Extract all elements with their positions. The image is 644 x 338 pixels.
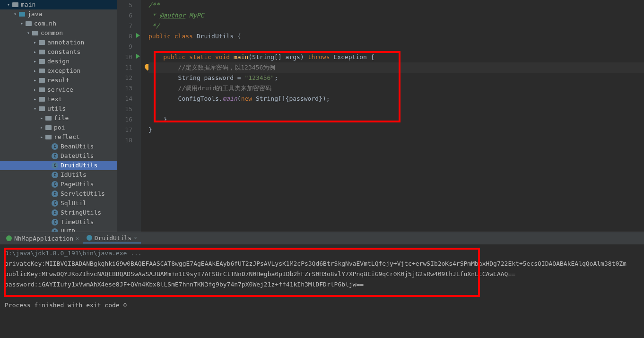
code-text: //定义数据库密码，以123456为例 bbox=[148, 64, 275, 71]
tree-item-package[interactable]: ▾com.nh bbox=[0, 19, 117, 28]
console-output[interactable]: D:\java\jdk1.8.0_191\bin\java.exe ... pr… bbox=[0, 244, 644, 314]
tree-class[interactable]: CBeanUtils bbox=[0, 142, 117, 151]
line-number: 9 bbox=[117, 42, 141, 52]
code-text: new bbox=[241, 95, 256, 102]
code-text: MyPC bbox=[185, 12, 204, 19]
tree-class-druidutils[interactable]: CDruidUtils bbox=[0, 161, 117, 170]
console-line: privateKey:MIIBVQIBADANBgkqhkiG9w0BAQEFA… bbox=[5, 259, 639, 269]
tree-item[interactable]: ▸annotation bbox=[0, 38, 117, 47]
tree-item[interactable]: ▸exception bbox=[0, 66, 117, 76]
tree-item[interactable]: ▸reflect bbox=[0, 132, 117, 142]
console-line: password:iGAYIIufy1xVwmAhX4ese8JF+QVn4Kb… bbox=[5, 279, 639, 290]
run-tab-druidutils[interactable]: DruidUtils × bbox=[83, 233, 141, 243]
tree-label: constants bbox=[47, 47, 80, 57]
tree-label: java bbox=[27, 9, 42, 19]
code-area[interactable]: /** * @author MyPC */ public class Druid… bbox=[141, 0, 644, 232]
tree-class[interactable]: CPageUtils bbox=[0, 180, 117, 189]
tree-label: UUID bbox=[61, 227, 75, 232]
line-number: 5 bbox=[117, 0, 141, 10]
close-icon[interactable]: × bbox=[76, 235, 79, 242]
code-text: String password = bbox=[148, 74, 245, 81]
line-number: 13 bbox=[117, 83, 141, 94]
tree-label: file bbox=[54, 113, 69, 123]
code-text: "123456" bbox=[245, 74, 275, 81]
code-text: } bbox=[148, 116, 167, 123]
tree-item[interactable]: ▸text bbox=[0, 95, 117, 104]
tree-item[interactable]: ▸design bbox=[0, 57, 117, 66]
console-line: publicKey:MFwwDQYJKoZIhvcNAQEBBQADSwAwSA… bbox=[5, 269, 639, 279]
app-icon bbox=[87, 235, 92, 241]
line-number: 15 bbox=[117, 104, 141, 114]
tree-label: utils bbox=[47, 104, 66, 113]
console-tabs: NhMapApplication × DruidUtils × bbox=[0, 232, 644, 244]
tree-label: exception bbox=[47, 66, 80, 76]
run-tab-nhmap[interactable]: NhMapApplication × bbox=[2, 233, 83, 243]
code-text: ; bbox=[274, 74, 278, 81]
tab-label: NhMapApplication bbox=[14, 235, 73, 242]
code-editor[interactable]: 5 6 7 8 9 10 11 12 13 14 15 16 17 18 /**… bbox=[117, 0, 644, 232]
tree-item[interactable]: ▸result bbox=[0, 76, 117, 85]
tree-class[interactable]: CIdUtils bbox=[0, 170, 117, 180]
line-number: 11 bbox=[117, 62, 141, 73]
tree-label: PageUtils bbox=[61, 180, 94, 189]
tree-class[interactable]: CDateUtils bbox=[0, 151, 117, 161]
tree-item-common[interactable]: ▾common bbox=[0, 28, 117, 38]
code-text: public bbox=[148, 33, 174, 40]
code-text: ConfigTools. bbox=[148, 95, 223, 102]
code-text: public static void bbox=[148, 53, 234, 61]
code-text: { bbox=[237, 33, 241, 40]
code-text: main bbox=[223, 95, 237, 102]
code-text: class bbox=[174, 33, 197, 40]
tree-class[interactable]: CServletUtils bbox=[0, 189, 117, 199]
code-text: String[]{password}); bbox=[256, 95, 330, 102]
tree-label: StringUtils bbox=[61, 208, 101, 217]
console-line: Process finished with exit code 0 bbox=[5, 300, 639, 311]
code-text: /** bbox=[148, 1, 159, 9]
tree-class[interactable]: CUUID bbox=[0, 227, 117, 232]
tree-label: DruidUtils bbox=[61, 161, 97, 170]
tree-item[interactable]: ▸service bbox=[0, 85, 117, 95]
run-tool-window: NhMapApplication × DruidUtils × D:\java\… bbox=[0, 232, 644, 338]
run-gutter-icon[interactable] bbox=[136, 33, 140, 38]
line-number: 7 bbox=[117, 21, 141, 31]
tree-label: common bbox=[41, 28, 63, 38]
tree-item[interactable]: ▸constants bbox=[0, 47, 117, 57]
run-icon bbox=[6, 235, 12, 241]
tree-class[interactable]: CTimeUtils bbox=[0, 217, 117, 227]
close-icon[interactable]: × bbox=[134, 235, 137, 241]
tree-label: ServletUtils bbox=[61, 189, 105, 199]
code-text: ( bbox=[237, 95, 241, 102]
tree-label: DateUtils bbox=[61, 151, 94, 161]
code-text: * bbox=[148, 12, 159, 19]
line-number: 12 bbox=[117, 73, 141, 83]
tree-label: poi bbox=[54, 123, 65, 132]
line-number: 16 bbox=[117, 114, 141, 125]
tree-label: service bbox=[47, 85, 73, 95]
code-text: } bbox=[148, 126, 152, 133]
tree-label: SqlUtil bbox=[61, 199, 87, 208]
tree-class[interactable]: CStringUtils bbox=[0, 208, 117, 217]
line-number: 14 bbox=[117, 94, 141, 104]
line-number: 8 bbox=[117, 31, 141, 42]
tree-label: design bbox=[47, 57, 70, 66]
line-number: 10 bbox=[117, 52, 141, 62]
tree-label: result bbox=[47, 76, 70, 85]
tree-label: com.nh bbox=[34, 19, 56, 28]
tree-label: IdUtils bbox=[61, 170, 87, 180]
code-text: Exception { bbox=[333, 53, 374, 61]
tree-item-java[interactable]: ▾java bbox=[0, 9, 117, 19]
tree-item-utils[interactable]: ▾utils bbox=[0, 104, 117, 113]
line-number: 6 bbox=[117, 10, 141, 21]
tree-class[interactable]: CSqlUtil bbox=[0, 199, 117, 208]
code-text: main bbox=[234, 53, 248, 61]
project-tree[interactable]: ▾main ▾java ▾com.nh ▾common ▸annotation … bbox=[0, 0, 117, 232]
run-gutter-icon[interactable] bbox=[136, 54, 140, 59]
tree-item-main[interactable]: ▾main bbox=[0, 0, 117, 9]
tree-label: main bbox=[21, 0, 35, 9]
code-text: */ bbox=[148, 22, 159, 29]
tab-label: DruidUtils bbox=[95, 234, 131, 242]
tree-item[interactable]: ▸file bbox=[0, 113, 117, 123]
tree-item[interactable]: ▸poi bbox=[0, 123, 117, 132]
tree-label: BeanUtils bbox=[61, 142, 94, 151]
tree-label: reflect bbox=[54, 132, 80, 142]
